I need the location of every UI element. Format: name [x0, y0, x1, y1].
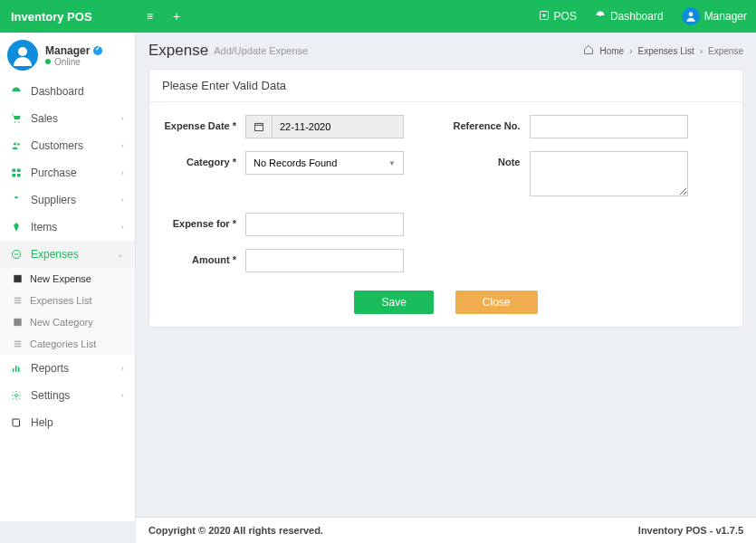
user-menu[interactable]: Manager: [673, 7, 756, 25]
avatar: [7, 40, 38, 71]
svg-rect-16: [15, 366, 17, 372]
label-reference: Reference No.: [446, 115, 530, 131]
amount-input[interactable]: [245, 249, 404, 272]
avatar-icon: [682, 7, 700, 25]
dashboard-icon: [595, 10, 606, 24]
chevron-left-icon: ‹: [121, 141, 124, 150]
brand-logo[interactable]: Inventory POS: [0, 10, 136, 24]
subnav-expenses-list[interactable]: Expenses List: [0, 290, 135, 311]
sidebar-item-items[interactable]: Items ‹: [0, 214, 135, 241]
sidebar-item-expenses[interactable]: Expenses ⌄: [0, 241, 135, 268]
plus-square-icon: [13, 273, 23, 284]
home-icon: [583, 44, 594, 57]
chevron-left-icon: ‹: [121, 391, 124, 400]
footer-copyright: Copyright © 2020 All rights reserved.: [148, 525, 323, 536]
footer-version: Inventory POS - v1.7.5: [638, 525, 743, 536]
users-icon: [11, 140, 24, 151]
label-note: Note: [446, 151, 530, 167]
minus-circle-icon: [11, 249, 24, 260]
form-box: Please Enter Valid Data Expense Date *: [148, 69, 743, 328]
save-button[interactable]: Save: [354, 291, 433, 314]
bar-chart-icon: [11, 363, 24, 374]
page-subtitle: Add/Update Expense: [214, 45, 308, 56]
verified-icon: [93, 46, 102, 55]
label-date: Expense Date *: [162, 115, 245, 131]
sidebar-item-customers[interactable]: Customers ‹: [0, 132, 135, 159]
label-amount: Amount *: [162, 249, 245, 265]
main-content: Expense Add/Update Expense Home › Expens…: [136, 33, 756, 521]
book-icon: [11, 417, 24, 428]
calendar-icon[interactable]: [245, 115, 272, 138]
expenses-submenu: New Expense Expenses List New Category C…: [0, 268, 135, 355]
gear-icon: [11, 390, 24, 401]
svg-point-2: [688, 12, 693, 16]
breadcrumb-current: Expense: [708, 46, 743, 56]
sidebar-item-suppliers[interactable]: Suppliers ‹: [0, 186, 135, 214]
upload-icon: [11, 195, 24, 205]
plus-square-icon: [539, 10, 550, 24]
footer: Copyright © 2020 All rights reserved. In…: [136, 517, 756, 543]
cart-icon: [11, 113, 24, 124]
note-textarea[interactable]: [530, 151, 688, 196]
sidebar-item-purchase[interactable]: Purchase ‹: [0, 159, 135, 186]
sidebar-item-settings[interactable]: Settings ‹: [0, 382, 135, 409]
chevron-left-icon: ‹: [121, 195, 124, 205]
breadcrumb: Home › Expenses List › Expense: [583, 44, 743, 57]
menu-toggle-icon[interactable]: ≡: [136, 10, 164, 23]
svg-point-3: [18, 47, 27, 56]
svg-point-5: [18, 121, 20, 123]
plus-square-icon: [13, 317, 23, 328]
add-icon[interactable]: +: [164, 9, 189, 24]
user-panel: Manager Online: [0, 33, 135, 78]
page-title: Expense: [148, 42, 208, 60]
reference-input[interactable]: [530, 115, 688, 138]
expense-for-input[interactable]: [245, 213, 404, 236]
chevron-left-icon: ‹: [121, 364, 124, 373]
svg-rect-15: [13, 368, 14, 372]
user-name: Manager: [45, 44, 102, 57]
svg-point-7: [17, 143, 20, 146]
status-dot-icon: [45, 59, 51, 64]
svg-point-18: [15, 395, 18, 397]
sidebar-item-help[interactable]: Help: [0, 409, 135, 436]
svg-rect-11: [17, 174, 21, 177]
chevron-left-icon: ‹: [121, 114, 124, 123]
topbar: Inventory POS ≡ + POS Dashboard Manager: [0, 0, 756, 33]
chevron-left-icon: ‹: [121, 223, 124, 232]
sidebar-item-dashboard[interactable]: Dashboard: [0, 78, 135, 105]
caret-down-icon: ▼: [388, 159, 396, 167]
pos-link[interactable]: POS: [530, 10, 586, 24]
svg-point-1: [599, 14, 601, 16]
content-header: Expense Add/Update Expense Home › Expens…: [136, 33, 756, 69]
breadcrumb-list[interactable]: Expenses List: [637, 46, 694, 56]
chevron-left-icon: ‹: [121, 168, 124, 177]
svg-point-6: [14, 143, 16, 146]
category-select[interactable]: No Records Found ▼: [245, 151, 404, 175]
subnav-new-category[interactable]: New Category: [0, 311, 135, 333]
label-category: Category *: [162, 151, 245, 167]
label-expense-for: Expense for *: [162, 213, 245, 229]
svg-rect-9: [17, 169, 21, 173]
svg-rect-8: [13, 169, 16, 173]
subnav-categories-list[interactable]: Categories List: [0, 333, 135, 355]
close-button[interactable]: Close: [455, 291, 538, 314]
sidebar-item-sales[interactable]: Sales ‹: [0, 105, 135, 132]
expense-date-input[interactable]: [272, 115, 404, 138]
dashboard-link[interactable]: Dashboard: [586, 10, 673, 24]
breadcrumb-home[interactable]: Home: [599, 46, 624, 56]
svg-point-4: [14, 121, 16, 123]
diamond-icon: [11, 222, 24, 233]
box-title: Please Enter Valid Data: [149, 70, 742, 102]
svg-rect-17: [18, 367, 20, 373]
svg-rect-10: [13, 174, 16, 177]
user-status: Online: [45, 57, 102, 67]
svg-rect-19: [255, 124, 263, 131]
grid-icon: [11, 167, 24, 178]
chevron-down-icon: ⌄: [117, 250, 124, 259]
dashboard-icon: [11, 86, 24, 97]
subnav-new-expense[interactable]: New Expense: [0, 268, 135, 290]
sidebar-item-reports[interactable]: Reports ‹: [0, 355, 135, 382]
sidebar: Manager Online Dashboard Sales ‹ Custome…: [0, 33, 136, 521]
list-icon: [13, 295, 23, 306]
list-icon: [13, 338, 23, 349]
